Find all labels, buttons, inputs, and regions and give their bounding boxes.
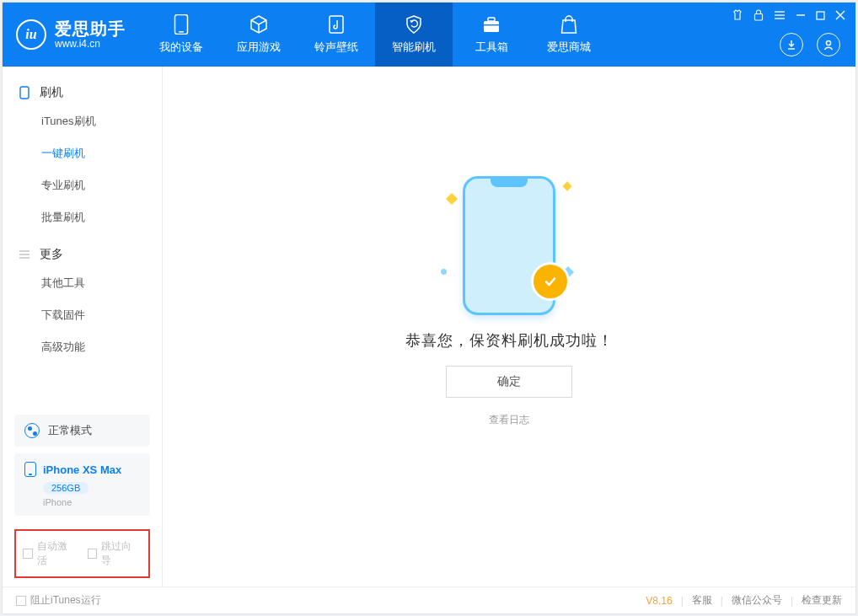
download-button[interactable] — [780, 33, 803, 56]
device-type: iPhone — [43, 497, 140, 507]
version-label: V8.16 — [646, 595, 672, 607]
svg-rect-11 — [817, 12, 824, 19]
mode-label: 正常模式 — [48, 423, 92, 438]
checkbox-icon — [88, 549, 98, 559]
maximize-button[interactable] — [816, 10, 825, 23]
confirm-button[interactable]: 确定 — [446, 366, 572, 398]
menu-icon[interactable] — [774, 10, 786, 23]
nav-tabs: 我的设备 应用游戏 铃声壁纸 智能刷机 — [142, 3, 608, 67]
sidebar-item-download-firmware[interactable]: 下载固件 — [3, 299, 162, 331]
sparkle-icon — [562, 181, 571, 190]
svg-rect-6 — [755, 14, 763, 21]
checkbox-icon — [23, 549, 33, 559]
checkbox-icon — [16, 596, 26, 606]
music-note-icon — [327, 14, 346, 35]
sidebar-item-itunes-flash[interactable]: iTunes刷机 — [3, 105, 162, 137]
footer-link-wechat[interactable]: 微信公众号 — [732, 593, 782, 608]
sidebar-section-flash: 刷机 — [3, 80, 162, 105]
app-logo[interactable]: iu 爱思助手 www.i4.cn — [3, 3, 142, 67]
nav-tab-ringtones[interactable]: 铃声壁纸 — [298, 3, 375, 67]
sidebar-item-other-tools[interactable]: 其他工具 — [3, 267, 162, 299]
window-controls — [732, 9, 845, 24]
normal-mode-icon — [24, 423, 40, 438]
dot-icon — [441, 269, 447, 275]
sidebar: 刷机 iTunes刷机 一键刷机 专业刷机 批量刷机 更多 其他工具 下载固件 … — [3, 67, 163, 587]
checkbox-skip-guide[interactable]: 跳过向导 — [88, 539, 142, 568]
sidebar-item-batch-flash[interactable]: 批量刷机 — [3, 201, 162, 233]
device-mode-box[interactable]: 正常模式 — [14, 415, 150, 447]
nav-tab-store[interactable]: 爱思商城 — [530, 3, 608, 67]
phone-icon — [174, 14, 189, 35]
success-illustration — [463, 176, 555, 315]
checkbox-block-itunes[interactable]: 阻止iTunes运行 — [16, 593, 101, 608]
shirt-icon[interactable] — [732, 9, 743, 24]
nav-tab-smart-flash[interactable]: 智能刷机 — [375, 3, 453, 67]
main-content: 恭喜您，保资料刷机成功啦！ 确定 查看日志 — [163, 67, 855, 587]
device-phone-icon — [24, 462, 36, 477]
app-window: iu 爱思助手 www.i4.cn 我的设备 应用游戏 — [3, 3, 855, 613]
cube-icon — [249, 14, 269, 35]
close-button[interactable] — [835, 10, 845, 23]
header: iu 爱思助手 www.i4.cn 我的设备 应用游戏 — [3, 3, 855, 67]
sidebar-item-advanced[interactable]: 高级功能 — [3, 331, 162, 363]
checkbox-auto-activate[interactable]: 自动激活 — [23, 539, 78, 568]
header-actions — [780, 33, 840, 56]
view-log-link[interactable]: 查看日志 — [489, 413, 529, 427]
toolbox-icon — [481, 14, 501, 35]
svg-point-15 — [826, 40, 830, 45]
success-title: 恭喜您，保资料刷机成功啦！ — [405, 330, 614, 351]
sidebar-section-more: 更多 — [3, 242, 162, 267]
app-site: www.i4.cn — [55, 39, 126, 51]
nav-tab-apps[interactable]: 应用游戏 — [220, 3, 298, 67]
status-bar: 阻止iTunes运行 V8.16 | 客服 | 微信公众号 | 检查更新 — [3, 587, 855, 613]
menu-small-icon — [18, 249, 31, 260]
body: 刷机 iTunes刷机 一键刷机 专业刷机 批量刷机 更多 其他工具 下载固件 … — [3, 67, 855, 587]
nav-tab-my-device[interactable]: 我的设备 — [142, 3, 220, 67]
phone-small-icon — [18, 86, 31, 99]
svg-rect-3 — [484, 21, 499, 32]
logo-icon: iu — [16, 19, 46, 50]
svg-rect-4 — [488, 18, 495, 21]
footer-link-support[interactable]: 客服 — [692, 593, 712, 608]
sparkle-icon — [446, 192, 458, 204]
shopping-bag-icon — [560, 14, 578, 35]
device-name: iPhone XS Max — [43, 463, 121, 476]
user-account-button[interactable] — [817, 33, 840, 56]
sidebar-item-oneclick-flash[interactable]: 一键刷机 — [3, 137, 162, 169]
checkmark-badge-icon — [534, 265, 567, 298]
nav-tab-toolbox[interactable]: 工具箱 — [453, 3, 530, 67]
lock-icon[interactable] — [753, 9, 764, 24]
svg-rect-1 — [179, 31, 184, 33]
app-name: 爱思助手 — [55, 19, 126, 39]
footer-link-update[interactable]: 检查更新 — [802, 593, 842, 608]
svg-rect-16 — [20, 87, 29, 99]
shield-refresh-icon — [404, 14, 424, 35]
sidebar-item-pro-flash[interactable]: 专业刷机 — [3, 169, 162, 201]
svg-rect-2 — [330, 16, 343, 33]
svg-rect-5 — [484, 24, 499, 25]
device-storage-badge: 256GB — [43, 482, 88, 494]
flash-options-box: 自动激活 跳过向导 — [14, 529, 150, 578]
minimize-button[interactable] — [796, 10, 806, 23]
device-info-box[interactable]: iPhone XS Max 256GB iPhone — [14, 453, 150, 516]
